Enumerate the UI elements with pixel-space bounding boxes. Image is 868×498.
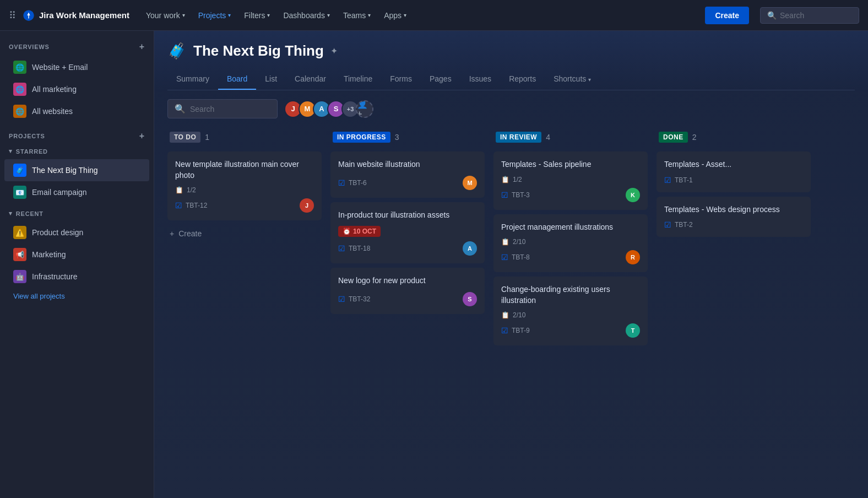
column-in-review: IN REVIEW 4 Templates - Sales pipeline 📋… xyxy=(493,127,648,489)
view-all-projects-link[interactable]: View all projects xyxy=(0,288,154,305)
chevron-down-icon: ▾ xyxy=(368,12,371,18)
card-tbt-18[interactable]: In-product tour illustration assets ⏰ 10… xyxy=(330,202,485,264)
subtask-count: 1/2 xyxy=(187,186,196,194)
nav-teams[interactable]: Teams ▾ xyxy=(338,8,376,23)
subtask-row: 📋 2/10 xyxy=(501,311,640,319)
all-websites-icon: 🌐 xyxy=(13,105,26,118)
chevron-down-icon: ▾ xyxy=(404,12,406,18)
check-icon: ☑ xyxy=(338,295,345,304)
card-id-row: ☑ TBT-18 xyxy=(338,244,370,253)
column-todo-label: TO DO xyxy=(170,132,200,143)
ticket-id: TBT-18 xyxy=(349,245,370,252)
nav-projects[interactable]: Projects ▾ xyxy=(193,8,237,23)
nav-dashboards[interactable]: Dashboards ▾ xyxy=(278,8,335,23)
tab-forms[interactable]: Forms xyxy=(381,69,421,90)
column-todo: TO DO 1 New template illustration main c… xyxy=(167,127,322,489)
chevron-down-icon: ▾ xyxy=(9,148,13,155)
sidebar-item-website-email[interactable]: 🌐 Website + Email xyxy=(4,56,149,78)
search-box[interactable]: 🔍 Search xyxy=(760,7,859,24)
card-id-row: ☑ TBT-3 xyxy=(501,191,530,199)
card-avatar: S xyxy=(463,292,477,306)
card-meta: ☑ TBT-18 A xyxy=(338,241,477,256)
card-tbt-12[interactable]: New template illustration main cover pho… xyxy=(167,151,322,220)
subtask-count: 1/2 xyxy=(513,176,522,183)
tab-calendar[interactable]: Calendar xyxy=(286,69,335,90)
tab-issues[interactable]: Issues xyxy=(460,69,500,90)
create-button[interactable]: Create xyxy=(705,7,749,24)
ticket-id: TBT-9 xyxy=(512,327,530,334)
nav-apps[interactable]: Apps ▾ xyxy=(378,8,412,23)
card-meta: ☑ TBT-6 M xyxy=(338,176,477,190)
chevron-down-icon: ▾ xyxy=(228,12,231,18)
subtask-row: 📋 1/2 xyxy=(175,186,314,194)
chevron-down-icon: ▾ xyxy=(267,12,270,18)
subtask-icon: 📋 xyxy=(175,186,183,194)
card-meta: ☑ TBT-1 xyxy=(664,176,803,185)
card-id-row: ☑ TBT-1 xyxy=(664,176,693,185)
card-id-row: ☑ TBT-8 xyxy=(501,253,530,262)
sidebar-item-email-campaign[interactable]: 📧 Email campaign xyxy=(4,181,149,203)
sidebar-item-all-websites[interactable]: 🌐 All websites xyxy=(4,100,149,122)
card-tbt-2[interactable]: Templates - Webs design process ☑ TBT-2 xyxy=(657,197,811,237)
team-avatars: J M A S +3 👤+ xyxy=(284,100,373,118)
tab-timeline[interactable]: Timeline xyxy=(335,69,381,90)
card-avatar: K xyxy=(626,188,640,202)
card-meta: ☑ TBT-3 K xyxy=(501,188,640,202)
ticket-id: TBT-32 xyxy=(349,295,370,303)
column-done: DONE 2 Templates - Asset... ☑ TBT-1 Temp… xyxy=(657,127,811,489)
card-title: Templates - Sales pipeline xyxy=(501,159,640,170)
ticket-id: TBT-12 xyxy=(186,202,207,209)
nav-your-work[interactable]: Your work ▾ xyxy=(140,8,191,23)
column-done-label: DONE xyxy=(659,132,688,143)
starred-collapse[interactable]: ▾ STARRED xyxy=(0,145,154,157)
column-progress-header: IN PROGRESS 3 xyxy=(330,127,485,147)
main-layout: Overviews + 🌐 Website + Email 🌐 All mark… xyxy=(0,31,868,498)
check-icon: ☑ xyxy=(501,191,508,199)
add-team-member-button[interactable]: 👤+ xyxy=(356,100,373,118)
add-overview-button[interactable]: + xyxy=(139,42,145,52)
tab-reports[interactable]: Reports xyxy=(500,69,545,90)
due-date-badge: ⏰ 10 OCT xyxy=(338,226,381,237)
star-icon[interactable]: ✦ xyxy=(330,46,338,56)
infrastructure-icon: 🤖 xyxy=(13,270,26,283)
sidebar-item-product-design[interactable]: ⚠️ Product design xyxy=(4,221,149,243)
project-emoji: 🧳 xyxy=(167,42,187,60)
tab-board[interactable]: Board xyxy=(218,69,256,90)
app-logo[interactable]: Jira Work Management xyxy=(23,9,129,21)
tab-summary[interactable]: Summary xyxy=(167,69,218,90)
product-design-icon: ⚠️ xyxy=(13,226,26,239)
tab-shortcuts[interactable]: Shortcuts ▾ xyxy=(545,69,600,90)
add-project-button[interactable]: + xyxy=(139,131,145,141)
card-tbt-3[interactable]: Templates - Sales pipeline 📋 1/2 ☑ TBT-3… xyxy=(493,151,648,210)
card-id-row: ☑ TBT-9 xyxy=(501,326,530,335)
card-id-row: ☑ TBT-32 xyxy=(338,295,370,304)
card-title: New logo for new product xyxy=(338,275,477,286)
sidebar-item-all-marketing[interactable]: 🌐 All marketing xyxy=(4,78,149,100)
chevron-down-icon: ▾ xyxy=(9,210,13,217)
tab-list[interactable]: List xyxy=(256,69,286,90)
grid-icon[interactable]: ⠿ xyxy=(9,9,16,21)
project-title-row: 🧳 The Next Big Thing ✦ xyxy=(167,42,855,60)
projects-section-title: Projects + xyxy=(0,131,154,141)
card-tbt-1[interactable]: Templates - Asset... ☑ TBT-1 xyxy=(657,151,811,192)
tab-pages[interactable]: Pages xyxy=(421,69,460,90)
check-icon: ☑ xyxy=(664,176,671,185)
card-tbt-8[interactable]: Project management illustrations 📋 2/10 … xyxy=(493,214,648,273)
sidebar-item-next-big-thing[interactable]: 🧳 The Next Big Thing xyxy=(4,159,149,181)
nav-filters[interactable]: Filters ▾ xyxy=(238,8,275,23)
card-tbt-6[interactable]: Main website illustration ☑ TBT-6 M xyxy=(330,151,485,198)
board-search-input[interactable] xyxy=(190,105,267,113)
recent-collapse[interactable]: ▾ RECENT xyxy=(0,208,154,219)
card-avatar: T xyxy=(626,323,640,338)
board-search-box[interactable]: 🔍 xyxy=(167,99,278,118)
create-card-button[interactable]: + Create xyxy=(167,225,322,242)
card-title: In-product tour illustration assets xyxy=(338,210,477,221)
ticket-id: TBT-8 xyxy=(512,253,530,261)
card-tbt-9[interactable]: Change-boarding existing users illustrat… xyxy=(493,277,648,345)
sidebar-item-infrastructure[interactable]: 🤖 Infrastructure xyxy=(4,266,149,288)
check-icon: ☑ xyxy=(338,244,345,253)
board-area: TO DO 1 New template illustration main c… xyxy=(154,127,868,498)
nav-items: Your work ▾ Projects ▾ Filters ▾ Dashboa… xyxy=(140,8,701,23)
card-tbt-32[interactable]: New logo for new product ☑ TBT-32 S xyxy=(330,268,485,314)
sidebar-item-marketing[interactable]: 📢 Marketing xyxy=(4,243,149,266)
